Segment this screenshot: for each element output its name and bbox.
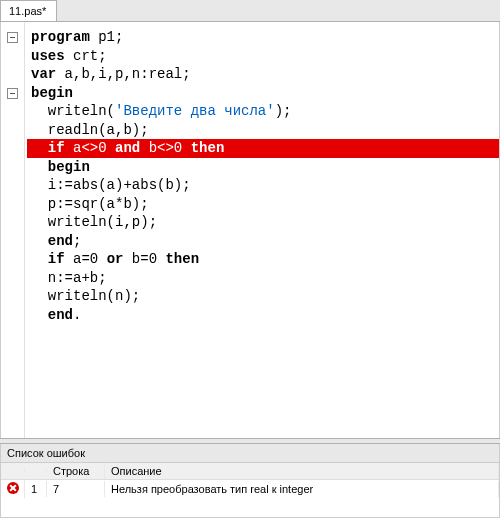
error-desc: Нельзя преобразовать тип real к integer	[105, 481, 499, 497]
fold-toggle[interactable]	[7, 32, 18, 43]
error-num: 1	[25, 481, 47, 497]
fold-gutter	[1, 22, 25, 438]
code-line[interactable]: writeln(n);	[27, 287, 499, 306]
code-line[interactable]: i:=abs(a)+abs(b);	[27, 176, 499, 195]
col-icon-header	[1, 469, 25, 473]
code-line[interactable]: begin	[27, 84, 499, 103]
code-line[interactable]: readln(a,b);	[27, 121, 499, 140]
code-line[interactable]: program p1;	[27, 28, 499, 47]
file-tab[interactable]: 11.pas*	[0, 0, 57, 21]
code-line[interactable]: if a<>0 and b<>0 then	[27, 139, 499, 158]
code-line[interactable]: var a,b,i,p,n:real;	[27, 65, 499, 84]
error-icon-cell	[1, 480, 25, 498]
code-line[interactable]: n:=a+b;	[27, 269, 499, 288]
code-line[interactable]: p:=sqr(a*b);	[27, 195, 499, 214]
code-line[interactable]: writeln(i,p);	[27, 213, 499, 232]
col-desc-header[interactable]: Описание	[105, 463, 499, 479]
code-line[interactable]: uses crt;	[27, 47, 499, 66]
code-line[interactable]: end;	[27, 232, 499, 251]
tab-label: 11.pas*	[9, 5, 46, 17]
code-line[interactable]: begin	[27, 158, 499, 177]
code-editor[interactable]: program p1;uses crt;var a,b,i,p,n:real;b…	[0, 22, 500, 438]
error-row[interactable]: 17Нельзя преобразовать тип real к intege…	[1, 480, 499, 498]
col-num-header	[25, 469, 47, 473]
tab-bar: 11.pas*	[0, 0, 500, 22]
col-line-header[interactable]: Строка	[47, 463, 105, 479]
fold-toggle[interactable]	[7, 88, 18, 99]
errors-panel: Список ошибок Строка Описание 17Нельзя п…	[0, 444, 500, 518]
code-line[interactable]: end.	[27, 306, 499, 325]
code-line[interactable]: writeln('Введите два числа');	[27, 102, 499, 121]
code-content[interactable]: program p1;uses crt;var a,b,i,p,n:real;b…	[25, 22, 499, 438]
errors-title: Список ошибок	[1, 444, 499, 463]
error-line: 7	[47, 481, 105, 497]
errors-table: Строка Описание 17Нельзя преобразовать т…	[1, 463, 499, 517]
code-line[interactable]: if a=0 or b=0 then	[27, 250, 499, 269]
error-icon	[7, 482, 19, 494]
errors-header: Строка Описание	[1, 463, 499, 480]
